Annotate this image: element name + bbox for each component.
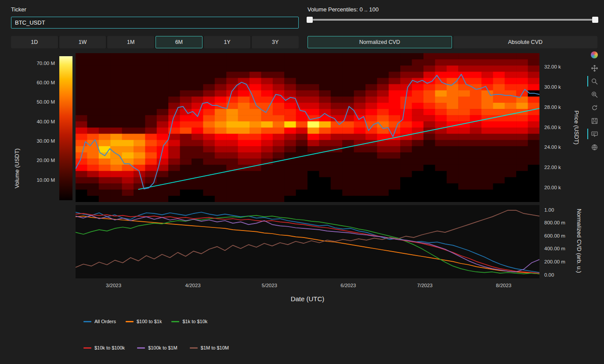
pan-tool-icon[interactable] — [590, 64, 598, 72]
legend-item-100-to-1k[interactable]: $100 to $1k — [126, 319, 162, 324]
tick-label: 6/2023 — [340, 283, 356, 288]
legend-swatch-all-orders — [83, 321, 91, 322]
ticker-label: Ticker — [11, 6, 26, 13]
date-axis-title: Date (UTC) — [76, 295, 539, 303]
tick-label: 10.00 M — [24, 177, 55, 183]
legend-swatch-100k-to-1M — [137, 347, 145, 349]
range-button-group: 1D 1W 1M 6M 1Y 3Y — [11, 36, 299, 48]
tick-label: 400.00 m — [544, 246, 565, 251]
tick-label: 20.00 M — [24, 158, 55, 163]
volume-percentiles-slider[interactable] — [307, 16, 597, 24]
range-button-1d[interactable]: 1D — [11, 36, 58, 48]
tick-label: 22.00 k — [544, 165, 561, 170]
cvd-axis-title: Normalized CVD (arb. u.) — [576, 197, 582, 285]
legend-swatch-1k-to-10k — [171, 321, 179, 322]
tick-label: 800.00 m — [544, 220, 565, 225]
tick-label: 26.00 k — [544, 125, 561, 130]
range-button-3y[interactable]: 3Y — [252, 36, 299, 48]
legend-row-1: All Orders $100 to $1k $1k to $10k — [83, 319, 207, 324]
legend-swatch-100-to-1k — [126, 321, 134, 322]
normalized-cvd-button[interactable]: Normalized CVD — [307, 36, 452, 48]
reset-tool-icon[interactable] — [590, 104, 598, 112]
cvd-dashboard-app: Ticker Volume Percentiles: 0 .. 100 1D 1… — [0, 0, 604, 364]
tick-label: 600.00 m — [544, 233, 565, 238]
tick-label: 28.00 k — [544, 105, 561, 110]
range-button-1y[interactable]: 1Y — [204, 36, 251, 48]
legend-item-1M-to-10M[interactable]: $1M to $10M — [190, 345, 229, 350]
tick-label: 4/2023 — [185, 283, 201, 288]
range-button-6m[interactable]: 6M — [156, 36, 203, 48]
bokeh-logo-icon[interactable] — [590, 51, 598, 59]
tick-label: 60.00 M — [24, 80, 55, 85]
price-axis-title: Price (USDT) — [573, 93, 580, 163]
box-zoom-tool-icon[interactable] — [590, 77, 598, 85]
tick-label: 20.00 k — [544, 185, 561, 190]
legend-row-2: $10k to $100k $100k to $1M $1M to $10M — [83, 345, 229, 350]
tick-label: 40.00 M — [24, 119, 55, 124]
plot-toolbar — [590, 51, 599, 151]
hover-tool-icon[interactable] — [590, 130, 598, 138]
absolute-cvd-button[interactable]: Absolute CVD — [453, 36, 598, 48]
ticker-input[interactable] — [11, 17, 299, 29]
tick-label: 50.00 M — [24, 99, 55, 105]
volume-axis-title: Volume (USDT) — [14, 129, 20, 208]
heatmap-canvas[interactable] — [76, 53, 539, 202]
wheel-zoom-tool-icon[interactable] — [590, 90, 598, 98]
range-button-1m[interactable]: 1M — [107, 36, 154, 48]
volume-percentiles-label: Volume Percentiles: 0 .. 100 — [307, 6, 379, 13]
tick-label: 0.00 — [544, 272, 554, 278]
tick-label: 200.00 m — [544, 259, 565, 264]
tick-label: 7/2023 — [417, 283, 433, 288]
legend-item-10k-to-100k[interactable]: $10k to $100k — [83, 345, 125, 350]
legend-item-1k-to-10k[interactable]: $1k to $10k — [171, 319, 207, 324]
cvd-mode-button-group: Normalized CVD Absolute CVD — [307, 36, 597, 48]
slider-handle-min[interactable] — [307, 17, 313, 23]
cvd-canvas[interactable] — [76, 205, 539, 278]
legend-swatch-10k-to-100k — [83, 347, 91, 349]
range-button-1w[interactable]: 1W — [59, 36, 106, 48]
tick-label: 8/2023 — [496, 283, 511, 288]
legend-swatch-1M-to-10M — [190, 347, 198, 349]
tick-label: 24.00 k — [544, 144, 561, 150]
slider-handle-max[interactable] — [592, 17, 598, 23]
slider-track[interactable] — [308, 19, 597, 21]
save-tool-icon[interactable] — [590, 117, 598, 125]
tick-label: 5/2023 — [262, 283, 277, 288]
legend-item-all-orders[interactable]: All Orders — [83, 319, 116, 324]
tick-label: 3/2023 — [106, 283, 121, 288]
legend-item-100k-to-1M[interactable]: $100k to $1M — [137, 345, 177, 350]
tick-label: 30.00 M — [24, 138, 55, 144]
tick-label: 30.00 k — [544, 84, 561, 90]
tick-label: 70.00 M — [24, 61, 55, 66]
volume-colorbar — [59, 56, 72, 200]
tick-label: 32.00 k — [544, 64, 561, 69]
help-tool-icon[interactable] — [590, 143, 598, 151]
tick-label: 1.00 — [544, 207, 554, 213]
